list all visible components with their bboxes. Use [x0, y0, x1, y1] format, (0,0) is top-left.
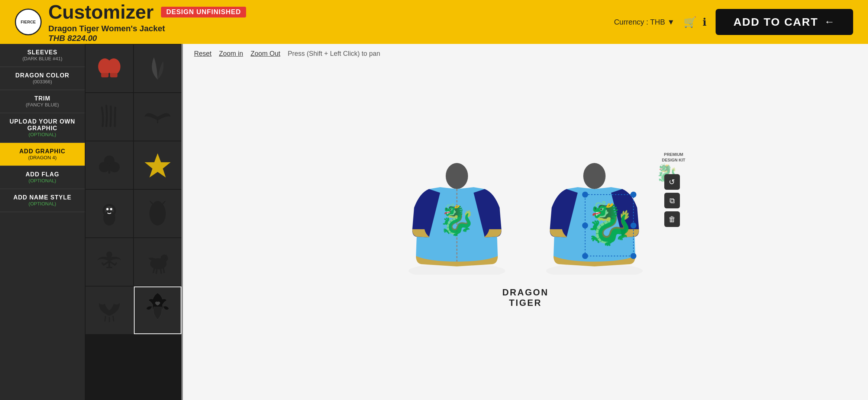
svg-rect-3	[110, 73, 117, 77]
sidebar-item-add-name-style-title: ADD NAME STYLE	[4, 194, 81, 201]
header-right: Currency : THB ▼ 🛒 ℹ ADD TO CART ←	[614, 9, 853, 35]
header-title: Customizer DESIGN UNFINISHED	[48, 1, 246, 23]
sidebar-item-sleeves-title: SLEEVES	[4, 49, 81, 56]
rotate-button[interactable]: ↺	[664, 174, 680, 190]
shamrock-icon	[93, 148, 126, 182]
svg-point-26	[582, 192, 588, 198]
graphic-cell-winged-crest[interactable]	[85, 287, 133, 334]
sidebar-item-trim[interactable]: TRIM (FANCY BLUE)	[0, 90, 85, 113]
customizer-label: Customizer	[48, 1, 154, 23]
sidebar-item-upload-graphic[interactable]: UPLOAD YOUR OWN GRAPHIC (OPTIONAL)	[0, 113, 85, 143]
add-to-cart-label: ADD TO CART	[733, 16, 818, 28]
product-name: Dragon Tiger Women's Jacket	[48, 24, 246, 33]
back-jacket-view: PREMIUM DESIGN KIT 🐉 ↺ ⧉ 🗑	[537, 156, 652, 276]
product-price: THB 8224.00	[48, 33, 246, 43]
left-sidebar: SLEEVES (DARK BLUE #41) DRAGON COLOR (00…	[0, 44, 85, 400]
claws-icon	[93, 100, 126, 134]
svg-point-13	[110, 208, 112, 210]
canvas-main: 🐉 PREMIUM DESIGN KIT 🐉	[183, 64, 868, 400]
arrow-icon: ←	[824, 16, 835, 28]
graphic-cell-wings[interactable]	[134, 93, 181, 141]
jacket-controls: ↺ ⧉ 🗑	[664, 174, 680, 227]
svg-point-24	[583, 163, 606, 189]
graphic-cell-pegasus[interactable]	[134, 238, 181, 286]
header: FIERCE Customizer DESIGN UNFINISHED Drag…	[0, 0, 868, 44]
sidebar-item-sleeves-subtitle: (DARK BLUE #41)	[4, 56, 81, 61]
sidebar-item-add-name-style[interactable]: ADD NAME STYLE (OPTIONAL)	[0, 189, 85, 212]
jacket-views: 🐉 PREMIUM DESIGN KIT 🐉	[399, 156, 652, 276]
lion-icon	[93, 197, 126, 230]
logo-text: FIERCE	[21, 20, 36, 24]
currency-selector[interactable]: Currency : THB ▼	[614, 18, 675, 26]
graphic-cell-lion[interactable]	[85, 190, 133, 237]
svg-point-30	[582, 253, 588, 259]
svg-point-16	[106, 252, 112, 257]
lion-rampant-icon	[141, 197, 174, 230]
svg-point-12	[106, 208, 109, 210]
jacket-container: 🐉 PREMIUM DESIGN KIT 🐉	[399, 156, 652, 308]
sidebar-item-sleeves[interactable]: SLEEVES (DARK BLUE #41)	[0, 44, 85, 67]
dragon4-icon	[141, 294, 174, 327]
svg-point-1	[107, 58, 120, 75]
zoom-in-link[interactable]: Zoom in	[219, 50, 243, 58]
graphic-cell-lion-rampant[interactable]	[134, 190, 181, 237]
sidebar-item-add-flag[interactable]: ADD FLAG (OPTIONAL)	[0, 166, 85, 189]
winged-crest-icon	[93, 294, 126, 327]
back-jacket-svg: 🐉	[537, 156, 652, 275]
add-to-cart-button[interactable]: ADD TO CART ←	[716, 9, 853, 35]
canvas-area: Reset Zoom in Zoom Out Press (Shift + Le…	[183, 44, 868, 400]
chevron-down-icon: ▼	[667, 18, 675, 26]
sidebar-item-dragon-color-title: DRAGON COLOR	[4, 72, 81, 79]
graphic-cell-shamrock[interactable]	[85, 141, 133, 189]
svg-point-11	[103, 211, 115, 225]
svg-point-6	[109, 162, 120, 172]
svg-rect-7	[108, 167, 110, 174]
front-jacket-view: 🐉	[399, 156, 514, 276]
sidebar-item-upload-graphic-subtitle: (OPTIONAL)	[4, 132, 81, 137]
currency-label: Currency : THB	[614, 18, 665, 26]
sidebar-item-trim-title: TRIM	[4, 95, 81, 102]
svg-point-15	[153, 201, 162, 210]
graphic-cell-fern[interactable]	[134, 45, 181, 92]
graphic-grid	[85, 44, 181, 335]
star-icon	[141, 148, 174, 182]
pegasus-icon	[141, 245, 174, 279]
sidebar-item-dragon-color[interactable]: DRAGON COLOR (003366)	[0, 67, 85, 90]
graphic-cell-claws[interactable]	[85, 93, 133, 141]
header-icons: 🛒 ℹ	[684, 16, 707, 28]
canvas-toolbar: Reset Zoom in Zoom Out Press (Shift + Le…	[183, 44, 868, 64]
sidebar-item-upload-graphic-title: UPLOAD YOUR OWN GRAPHIC	[4, 118, 81, 132]
sidebar-item-add-graphic-subtitle: (DRAGON 4)	[4, 155, 81, 160]
main-layout: SLEEVES (DARK BLUE #41) DRAGON COLOR (00…	[0, 44, 868, 400]
header-title-block: Customizer DESIGN UNFINISHED Dragon Tige…	[48, 1, 246, 43]
reset-link[interactable]: Reset	[194, 50, 212, 58]
svg-marker-8	[145, 153, 171, 177]
sidebar-item-add-graphic[interactable]: ADD GRAPHIC (DRAGON 4)	[0, 143, 85, 166]
svg-point-27	[630, 192, 636, 198]
cart-icon[interactable]: 🛒	[684, 16, 697, 28]
svg-point-31	[630, 253, 636, 259]
graphic-cell-dragon4[interactable]	[134, 287, 181, 334]
graphic-cell-winged-figure[interactable]	[85, 238, 133, 286]
front-jacket-svg: 🐉	[399, 156, 514, 275]
pan-hint: Press (Shift + Left Click) to pan	[288, 50, 380, 58]
graphic-cell-star[interactable]	[134, 141, 181, 189]
logo: FIERCE	[15, 9, 42, 35]
info-icon[interactable]: ℹ	[703, 16, 707, 28]
fern-icon	[141, 52, 174, 85]
design-unfinished-badge: DESIGN UNFINISHED	[161, 7, 246, 17]
wings-icon	[141, 100, 174, 134]
jacket-label: DRAGON TIGER	[502, 287, 549, 308]
svg-rect-2	[101, 73, 109, 77]
sidebar-item-dragon-color-subtitle: (003366)	[4, 79, 81, 84]
graphic-cell-boxing-gloves[interactable]	[85, 45, 133, 92]
delete-button[interactable]: 🗑	[664, 211, 680, 227]
sidebar-item-trim-subtitle: (FANCY BLUE)	[4, 102, 81, 108]
sidebar-item-add-name-style-subtitle: (OPTIONAL)	[4, 201, 81, 207]
sidebar-item-add-flag-title: ADD FLAG	[4, 171, 81, 178]
copy-button[interactable]: ⧉	[664, 193, 680, 208]
svg-text:🐉: 🐉	[584, 199, 635, 248]
boxing-gloves-icon	[93, 52, 126, 85]
zoom-out-link[interactable]: Zoom Out	[251, 50, 280, 58]
svg-point-5	[99, 162, 109, 172]
